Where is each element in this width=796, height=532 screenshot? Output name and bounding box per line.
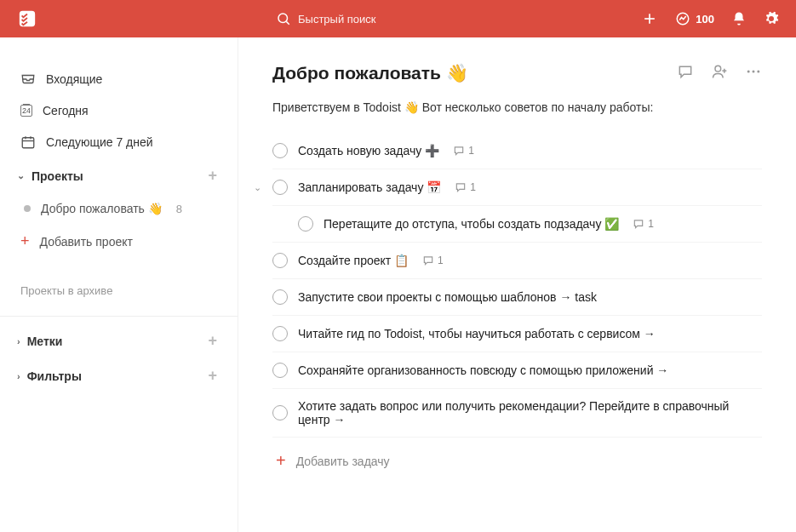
expand-toggle[interactable]: ⌄ [254,182,261,193]
nav-next7[interactable]: Следующие 7 дней [0,126,238,158]
svg-point-13 [747,71,750,73]
task-row[interactable]: Читайте гид по Todoist, чтобы научиться … [272,316,762,352]
comments-button[interactable] [677,63,694,83]
archived-projects-link[interactable]: Проекты в архиве [0,276,238,306]
comment-count-value: 1 [438,255,444,266]
project-intro: Приветствуем в Todoist 👋 Вот несколько с… [272,100,762,114]
comment-count-value: 1 [470,181,476,193]
person-add-icon [711,63,728,80]
karma-pill[interactable]: 100 [675,11,714,26]
comment-icon [453,145,465,157]
main-content: Добро пожаловать 👋 Приветствуем в Todois… [238,37,796,532]
projects-section-header[interactable]: ⌄ Проекты + [0,158,238,193]
quick-add-button[interactable] [641,10,658,27]
productivity-icon [675,11,690,26]
task-row[interactable]: Перетащите до отступа, чтобы создать под… [272,206,762,243]
gear-icon [764,11,779,26]
more-button[interactable] [745,63,762,83]
task-title: Хотите задать вопрос или получить рекоме… [298,399,741,426]
search-input[interactable] [298,13,468,26]
notifications-button[interactable] [731,11,747,26]
task-title: Создать новую задачу ➕ [298,144,439,157]
karma-value: 100 [696,13,714,26]
task-checkbox[interactable] [298,216,313,232]
comment-icon [633,218,644,230]
task-checkbox[interactable] [272,143,288,158]
nav-today[interactable]: 24 Сегодня [0,95,238,126]
filters-label: Фильтры [27,369,82,383]
sidebar: Входящие 24 Сегодня Следующие 7 дней ⌄ П… [0,37,238,532]
calendar-today-icon: 24 [20,105,32,117]
task-row[interactable]: Создать новую задачу ➕ 1 [272,133,762,169]
task-checkbox[interactable] [272,180,288,195]
task-row[interactable]: ⌄ Запланировать задачу 📅 1 [272,169,762,206]
svg-rect-6 [22,138,34,148]
labels-section-header[interactable]: › Метки + [0,323,238,358]
add-project-button[interactable]: + Добавить проект [0,224,238,259]
task-row[interactable]: Хотите задать вопрос или получить рекоме… [272,389,762,438]
nav-inbox[interactable]: Входящие [0,63,238,95]
nav-next7-label: Следующие 7 дней [46,135,153,149]
sidebar-divider [0,316,238,317]
add-task-button[interactable]: + Добавить задачу [272,438,762,471]
task-checkbox[interactable] [272,289,288,305]
add-project-label: Добавить проект [40,235,133,249]
todoist-icon [18,9,37,28]
task-comments[interactable]: 1 [453,145,474,157]
task-title: Перетащите до отступа, чтобы создать под… [324,217,619,231]
settings-button[interactable] [764,11,779,26]
task-comments[interactable]: 1 [633,218,654,230]
nav-inbox-label: Входящие [46,72,102,86]
task-row[interactable]: Запустите свои проекты с помощью шаблоно… [272,279,762,316]
add-project-icon[interactable]: + [208,167,217,185]
labels-label: Метки [27,335,63,348]
plus-icon: + [276,451,286,471]
calendar-icon [20,134,36,150]
app-header: 100 [0,0,796,37]
nav-today-label: Сегодня [43,104,89,117]
task-row[interactable]: Сохраняйте организованность повсюду с по… [272,352,762,389]
share-button[interactable] [711,63,728,83]
add-label-icon[interactable]: + [208,332,217,350]
task-checkbox[interactable] [272,405,288,420]
task-title: Сохраняйте организованность повсюду с по… [298,363,668,377]
project-name: Добро пожаловать 👋 [41,202,163,215]
inbox-icon [20,72,36,87]
task-title: Запустите свои проекты с помощью шаблоно… [298,290,597,304]
header-actions: 100 [641,10,779,27]
add-filter-icon[interactable]: + [208,367,217,385]
comment-icon [455,181,467,193]
task-checkbox[interactable] [272,253,288,268]
task-title: Создайте проект 📋 [298,254,409,267]
plus-icon [641,10,658,27]
project-header: Добро пожаловать 👋 [272,63,762,83]
svg-point-10 [715,66,721,72]
svg-point-1 [278,14,288,23]
sidebar-project-item[interactable]: Добро пожаловать 👋 8 [0,193,238,224]
task-title: Читайте гид по Todoist, чтобы научиться … [298,327,656,340]
plus-icon: + [20,232,30,250]
projects-label: Проекты [31,169,83,183]
svg-line-2 [286,21,289,24]
task-list: Создать новую задачу ➕ 1 ⌄ Запланировать… [272,133,762,438]
task-row[interactable]: Создайте проект 📋 1 [272,243,762,279]
filters-section-header[interactable]: › Фильтры + [0,358,238,393]
task-checkbox[interactable] [272,363,288,378]
comment-count-value: 1 [468,145,474,157]
project-count: 8 [176,203,182,215]
svg-point-15 [757,71,759,73]
app-logo[interactable] [17,9,37,29]
svg-point-14 [753,71,755,73]
chevron-right-icon: › [17,371,20,381]
chevron-down-icon: ⌄ [17,170,25,181]
task-checkbox[interactable] [272,326,288,341]
comment-count-value: 1 [648,218,654,230]
task-title: Запланировать задачу 📅 [298,180,441,194]
add-task-label: Добавить задачу [296,455,390,468]
task-comments[interactable]: 1 [422,255,444,266]
more-icon [745,63,762,80]
project-actions [677,63,762,83]
search-box[interactable] [276,11,641,26]
comment-icon [422,255,434,266]
task-comments[interactable]: 1 [455,181,476,193]
